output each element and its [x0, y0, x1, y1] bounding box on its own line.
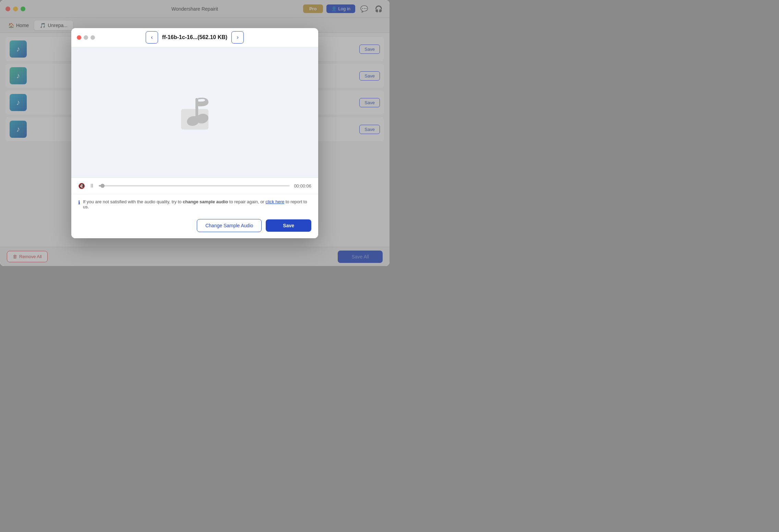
info-icon: ℹ: [78, 200, 80, 206]
pause-icon[interactable]: ⏸: [89, 183, 95, 189]
modal-info-bar: ℹ If you are not satisfied with the audi…: [71, 194, 318, 214]
modal-maximize-button: [91, 35, 95, 40]
chevron-left-icon: ‹: [151, 34, 153, 40]
modal-traffic-lights: [77, 35, 95, 40]
modal-overlay: ‹ ff-16b-1c-16...(562.10 KB) ›: [0, 0, 389, 266]
modal-buttons: Change Sample Audio Save: [71, 214, 318, 238]
next-button[interactable]: ›: [231, 31, 244, 44]
modal-save-button[interactable]: Save: [266, 219, 311, 232]
info-text: If you are not satisfied with the audio …: [83, 199, 311, 209]
modal-titlebar: ‹ ff-16b-1c-16...(562.10 KB) ›: [71, 28, 318, 47]
audio-player: 🔇 ⏸ 00:00:06: [71, 178, 318, 194]
modal-filename: ff-16b-1c-16...(562.10 KB): [162, 34, 227, 40]
change-sample-audio-button[interactable]: Change Sample Audio: [197, 219, 262, 232]
info-bold: change sample audio: [183, 199, 228, 204]
modal-nav: ‹ ff-16b-1c-16...(562.10 KB) ›: [146, 31, 244, 44]
player-time: 00:00:06: [294, 183, 311, 189]
modal-minimize-button: [84, 35, 88, 40]
progress-bar[interactable]: [99, 185, 290, 186]
mute-icon[interactable]: 🔇: [78, 183, 85, 189]
modal-audio-content: [71, 47, 318, 178]
progress-handle[interactable]: [100, 184, 105, 188]
audio-preview-modal: ‹ ff-16b-1c-16...(562.10 KB) ›: [71, 28, 318, 238]
chevron-right-icon: ›: [237, 34, 238, 40]
modal-close-button[interactable]: [77, 35, 81, 40]
app-window: Wondershare Repairit Pro 👤 Log in 💬 🎧 🏠 …: [0, 0, 389, 266]
audio-placeholder-icon: [171, 88, 219, 136]
click-here-link[interactable]: click here: [265, 199, 284, 204]
prev-button[interactable]: ‹: [146, 31, 158, 44]
